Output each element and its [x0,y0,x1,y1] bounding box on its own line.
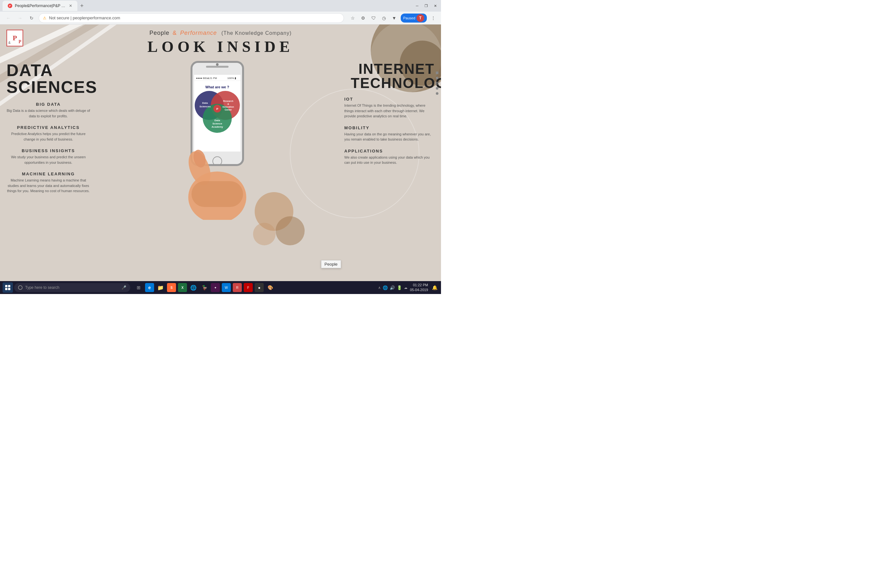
iot-title: IOT [344,97,435,102]
business-insights-title: BUSINESS INSIGHTS [6,148,90,153]
tab-title: People&Performance|P&P NexG... [15,3,66,8]
svg-rect-38 [192,181,243,207]
address-bar: ← → ↻ ⚠ Not secure | peoplenperformance.… [0,12,441,24]
window-controls: ─ ❐ ✕ [414,3,438,9]
big-data-desc: Big Data is a data science which deals w… [6,108,90,118]
scroll-dot-3 [436,82,438,84]
taskbar: Type here to search 🎤 ⊞ e 📁 S X 🌐 🦆 ✦ W … [0,281,441,294]
mobility-desc: Having your data on the go meaning where… [344,132,435,142]
current-time: 01:22 PM [410,283,428,288]
data-sciences-title: DATASCIENCES [6,62,90,95]
profile-initial: T [419,16,422,20]
onedrive-icon[interactable]: ☁ [404,286,408,290]
slack-icon[interactable]: ✦ [211,283,220,292]
predictive-analytics-section: PREDICTIVE ANALYTICS Predictive Analytic… [6,125,90,142]
svg-rect-11 [206,66,228,68]
network-icon[interactable]: 🌐 [382,285,388,290]
svg-text:4:21 PM: 4:21 PM [207,77,217,80]
close-button[interactable]: ✕ [432,3,438,9]
excel-icon[interactable]: X [178,283,187,292]
svg-text:Data: Data [202,102,208,105]
browser-tab[interactable]: P People&Performance|P&P NexG... ✕ [3,1,77,11]
phone-hand-illustration: ●●●● BELL 4:21 PM 100% ▮ What are we ? D… [172,58,262,220]
title-bar: P People&Performance|P&P NexG... ✕ + ─ ❐… [0,0,441,12]
svg-text:Sciences: Sciences [200,105,211,108]
reload-button[interactable]: ↻ [27,14,36,22]
company-people: People [150,30,170,36]
business-insights-desc: We study your business and predict the u… [6,154,90,165]
taskbar-right: ∧ 🌐 🔊 🔋 ☁ 01:22 PM 05-04-2019 🔔 [378,283,438,293]
app9-icon[interactable]: R [233,283,242,292]
paused-badge[interactable]: Paused T [401,14,427,22]
tab-favicon: P [8,3,12,8]
company-knowledge: (The Knowledge Company) [222,30,292,36]
scroll-dot-4 [436,87,438,90]
paint-icon[interactable]: 🎨 [266,283,274,292]
new-tab-button[interactable]: + [77,1,86,10]
internet-technology-title: INTERNETTECHNOLOG [344,62,435,90]
volume-icon[interactable]: 🔊 [390,285,395,290]
start-button[interactable] [3,282,13,293]
chrome-icon[interactable]: 🌐 [189,283,198,292]
page-header: People & Performance (The Knowledge Comp… [0,24,441,56]
iot-desc: Internet Of Things is the trending techn… [344,103,435,119]
machine-learning-section: MACHINE LEARNING Machine Learning means … [6,171,90,194]
security-icon: ⚠ [43,16,46,20]
center-column: ●●●● BELL 4:21 PM 100% ▮ What are we ? D… [97,62,338,220]
taskbar-search[interactable]: Type here to search 🎤 [14,283,130,292]
svg-text:&: & [227,103,229,105]
company-tagline: People & Performance (The Knowledge Comp… [0,30,441,36]
microphone-icon[interactable]: 🎤 [122,285,126,290]
profile-avatar[interactable]: T [417,14,424,22]
big-data-title: BIG DATA [6,102,90,107]
win-square-3 [5,288,8,290]
url-bar[interactable]: ⚠ Not secure | peoplenperformance.com [39,13,344,23]
time-display[interactable]: 01:22 PM 05-04-2019 [410,283,428,293]
svg-text:Research: Research [223,100,233,102]
big-data-section: BIG DATA Big Data is a data science whic… [6,102,90,118]
predictive-analytics-desc: Predictive Analytics helps you predict t… [6,131,90,142]
left-column: DATASCIENCES BIG DATA Big Data is a data… [0,62,97,220]
applications-section: APPLICATIONS We also create applications… [344,148,435,165]
browser-chrome: P People&Performance|P&P NexG... ✕ + ─ ❐… [0,0,441,24]
svg-text:Center: Center [225,109,232,111]
maximize-button[interactable]: ❐ [423,3,429,9]
filezilla-icon[interactable]: F [244,283,253,292]
extensions-icon[interactable]: ⚙ [360,14,367,22]
mobility-title: MOBILITY [344,125,435,130]
taskbar-apps: ⊞ e 📁 S X 🌐 🦆 ✦ W R F ■ 🎨 [134,283,274,292]
notification-button[interactable]: 🔔 [430,284,438,291]
task-view-button[interactable]: ⊞ [134,283,143,292]
more-menu-icon[interactable]: ⋮ [429,14,437,22]
edge-icon[interactable]: e [145,283,154,292]
right-column: INTERNETTECHNOLOG IOT Internet Of Things… [338,62,441,220]
content-columns: DATASCIENCES BIG DATA Big Data is a data… [0,56,441,226]
scroll-dot-1 [436,72,438,74]
minimize-button[interactable]: ─ [414,3,420,9]
search-placeholder: Type here to search [25,285,59,290]
sublime-icon[interactable]: S [167,283,176,292]
svg-text:Data: Data [214,119,220,122]
applications-desc: We also create applications using your d… [344,155,435,165]
people-tooltip-text: People [325,262,338,267]
mobility-section: MOBILITY Having your data on the go mean… [344,125,435,142]
history-icon[interactable]: ◷ [380,14,388,22]
save-icon[interactable]: ▼ [390,14,398,22]
svg-text:100% ▮: 100% ▮ [227,77,236,80]
tray-expand[interactable]: ∧ [378,286,381,290]
win-square-2 [8,285,10,287]
file-explorer-icon[interactable]: 📁 [156,283,165,292]
bookmark-icon[interactable]: ☆ [349,14,357,22]
battery-icon[interactable]: 🔋 [397,285,402,290]
app8-icon[interactable]: W [222,283,231,292]
company-amp-symbol: & [173,30,177,36]
forward-button[interactable]: → [15,14,24,22]
shield-icon[interactable]: 🛡 [370,14,378,22]
tab-close-button[interactable]: ✕ [69,3,72,8]
current-date: 05-04-2019 [410,288,428,292]
iot-section: IOT Internet Of Things is the trending t… [344,97,435,119]
app6-icon[interactable]: 🦆 [200,283,209,292]
back-button[interactable]: ← [4,14,13,22]
machine-learning-desc: Machine Learning means having a machine … [6,178,90,194]
app11-icon[interactable]: ■ [255,283,264,292]
